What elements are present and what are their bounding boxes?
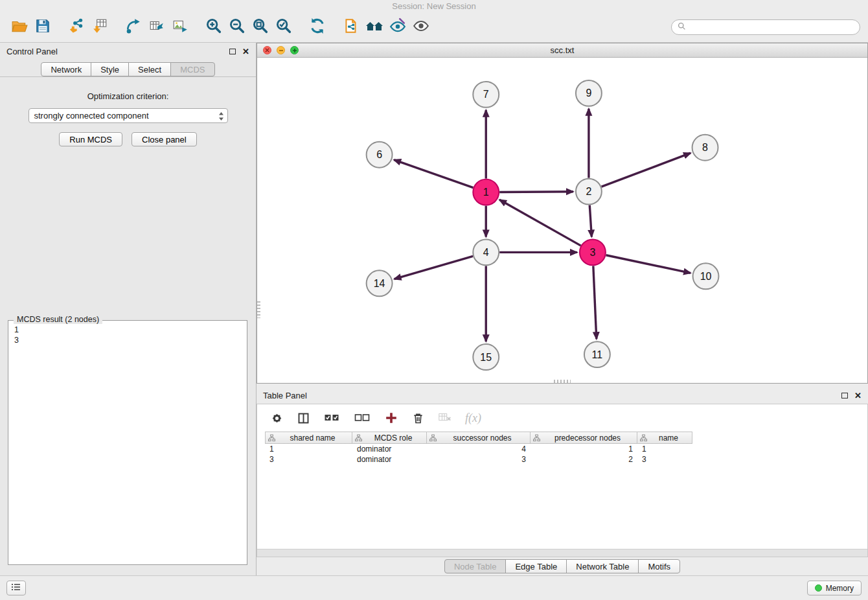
- show-graphics-details-button[interactable]: [409, 16, 433, 39]
- close-window-icon[interactable]: [263, 46, 271, 54]
- graph-node-3[interactable]: 3: [580, 239, 606, 265]
- cell-name[interactable]: 3: [637, 454, 692, 465]
- graph-edge-1-6[interactable]: [394, 160, 473, 188]
- table-scroll-strip[interactable]: [257, 549, 867, 557]
- pane-resize-grip[interactable]: [554, 380, 571, 383]
- table-row[interactable]: 1dominator411: [265, 444, 867, 454]
- run-mcds-button[interactable]: Run MCDS: [59, 132, 122, 146]
- graph-node-8[interactable]: 8: [692, 135, 718, 161]
- graph-edge-3-10[interactable]: [606, 255, 691, 273]
- import-table-icon: [91, 17, 108, 36]
- tab-style[interactable]: Style: [91, 62, 129, 76]
- zoom-in-button[interactable]: [202, 16, 225, 39]
- zoom-fit-button[interactable]: [249, 16, 272, 39]
- cell-mcds-role[interactable]: dominator: [352, 444, 427, 454]
- export-image-button[interactable]: [168, 16, 192, 39]
- graph-node-14[interactable]: 14: [367, 270, 393, 296]
- tab-node-table[interactable]: Node Table: [444, 559, 507, 573]
- graph-node-10[interactable]: 10: [693, 263, 719, 289]
- search-input[interactable]: [690, 23, 854, 32]
- close-panel-button[interactable]: Close panel: [131, 132, 197, 146]
- graph-node-9[interactable]: 9: [576, 80, 602, 106]
- graph-edge-1-2[interactable]: [499, 192, 573, 192]
- import-table-button[interactable]: [88, 16, 111, 39]
- cell-mcds-role[interactable]: dominator: [352, 454, 427, 465]
- column-header-mcds-role[interactable]: MCDS role: [352, 432, 427, 444]
- network-window-titlebar: scc.txt: [257, 43, 867, 58]
- task-history-button[interactable]: [6, 581, 26, 595]
- cell-predecessor-nodes[interactable]: 2: [531, 454, 637, 465]
- tab-select[interactable]: Select: [128, 62, 171, 76]
- graph-edge-3-11[interactable]: [593, 266, 597, 339]
- cell-successor-nodes[interactable]: 4: [427, 444, 531, 454]
- graph-node-7[interactable]: 7: [473, 82, 499, 108]
- column-header-name[interactable]: name: [637, 432, 692, 444]
- sort-icon: [429, 434, 437, 444]
- open-file-button[interactable]: [8, 16, 31, 39]
- export-network-button[interactable]: [122, 16, 145, 39]
- graph-node-6[interactable]: 6: [367, 142, 393, 168]
- status-bar: Memory: [0, 575, 868, 600]
- column-header-label: MCDS role: [352, 433, 426, 443]
- tab-mcds[interactable]: MCDS: [170, 62, 214, 76]
- node-label: 8: [702, 142, 708, 153]
- refresh-layout-button[interactable]: [306, 16, 329, 39]
- cell-name[interactable]: 1: [637, 444, 692, 454]
- float-table-panel-icon[interactable]: [841, 393, 848, 398]
- import-network-button[interactable]: [65, 16, 88, 39]
- graph-edge-4-14[interactable]: [394, 256, 474, 279]
- export-table-button[interactable]: [145, 16, 168, 39]
- select-all-columns-button[interactable]: [323, 411, 341, 424]
- graph-node-4[interactable]: 4: [473, 239, 499, 265]
- cell-shared-name[interactable]: 1: [265, 444, 352, 454]
- graph-edge-3-1[interactable]: [499, 200, 581, 246]
- selected-option-label: strongly connected component: [34, 111, 149, 121]
- duplicate-network-button[interactable]: [339, 16, 363, 39]
- show-columns-button[interactable]: [297, 411, 310, 425]
- zoom-selected-button[interactable]: [272, 16, 295, 39]
- delete-column-button[interactable]: [411, 411, 425, 425]
- table-header-row: shared nameMCDS rolesuccessor nodesprede…: [265, 432, 867, 444]
- cell-successor-nodes[interactable]: 3: [427, 454, 531, 465]
- graph-edge-2-8[interactable]: [602, 153, 691, 187]
- graph-edge-2-3[interactable]: [589, 205, 591, 237]
- home-view-button[interactable]: [363, 16, 386, 39]
- zoom-window-icon[interactable]: [290, 46, 299, 54]
- pane-resize-grip[interactable]: [257, 301, 260, 318]
- zoom-out-button[interactable]: [225, 16, 249, 39]
- memory-status-icon: [815, 584, 822, 592]
- create-column-button[interactable]: [384, 411, 398, 425]
- float-panel-icon[interactable]: [229, 49, 236, 54]
- column-header-successor-nodes[interactable]: successor nodes: [427, 432, 531, 444]
- close-panel-icon[interactable]: ✕: [242, 47, 249, 56]
- unselect-all-columns-button[interactable]: [354, 411, 371, 424]
- tab-network[interactable]: Network: [41, 62, 91, 76]
- minimize-window-icon[interactable]: [277, 46, 285, 54]
- tab-motifs[interactable]: Motifs: [638, 559, 680, 573]
- memory-button[interactable]: Memory: [807, 581, 862, 595]
- graph-node-1[interactable]: 1: [473, 179, 499, 205]
- column-header-predecessor-nodes[interactable]: predecessor nodes: [531, 432, 637, 444]
- control-panel-header: Control Panel ✕: [0, 43, 256, 60]
- node-label: 4: [483, 247, 489, 258]
- save-session-button[interactable]: [31, 16, 54, 39]
- apply-style-button[interactable]: [386, 16, 409, 39]
- close-table-panel-icon[interactable]: ✕: [854, 391, 862, 400]
- cell-predecessor-nodes[interactable]: 1: [531, 444, 637, 454]
- delete-table-button[interactable]: [438, 411, 452, 424]
- table-settings-button[interactable]: [270, 411, 284, 425]
- cell-shared-name[interactable]: 3: [265, 454, 352, 465]
- share-network-icon: [125, 17, 142, 36]
- graph-node-11[interactable]: 11: [584, 341, 610, 367]
- table-row[interactable]: 3dominator323: [265, 454, 867, 465]
- network-canvas[interactable]: 7968124314101511: [257, 58, 867, 383]
- column-header-shared-name[interactable]: shared name: [265, 432, 352, 444]
- houses-icon: [365, 18, 384, 36]
- graph-node-15[interactable]: 15: [473, 344, 499, 370]
- graph-node-2[interactable]: 2: [576, 179, 602, 205]
- function-builder-button[interactable]: f(x): [465, 411, 481, 425]
- tab-network-table[interactable]: Network Table: [566, 559, 639, 573]
- optimization-criterion-select[interactable]: strongly connected component: [29, 108, 228, 123]
- tab-edge-table[interactable]: Edge Table: [505, 559, 567, 573]
- network-view-window: scc.txt 7968: [257, 43, 868, 384]
